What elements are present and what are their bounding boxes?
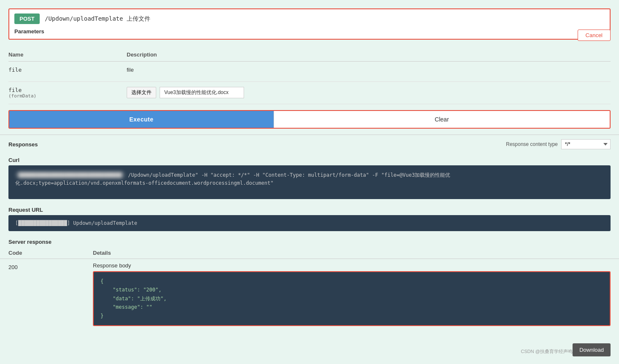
curl-code-block: [██████████████████████████████████] /Up… [8, 165, 611, 199]
response-body-line5: } [100, 313, 103, 319]
param-desc-cell: file [127, 67, 611, 76]
params-table-header: Name Description [8, 48, 611, 62]
details-column-header: Details [93, 250, 611, 256]
param-desc-cell: 选择文件 Vue3加载慢的性能优化.docx [127, 87, 611, 98]
response-body-block: { "status": "200", "data": "上传成功", "mess… [93, 271, 611, 326]
cancel-button[interactable]: Cancel [578, 30, 611, 41]
response-content-type-wrapper: Response content type */* application/js… [506, 139, 611, 149]
param-type: (formData) [8, 93, 127, 99]
param-name: file [8, 67, 127, 73]
request-url-blurred: [████████████████] [15, 220, 70, 226]
responses-header: Responses Response content type */* appl… [0, 135, 619, 154]
execute-button[interactable]: Execute [9, 111, 274, 128]
file-input-row: 选择文件 Vue3加载慢的性能优化.docx [127, 87, 611, 98]
request-url-label: Request URL [0, 203, 619, 215]
clear-button[interactable]: Clear [274, 111, 610, 128]
action-buttons-wrapper: Execute Clear [8, 110, 611, 129]
curl-blurred-part: [██████████████████████████████████] [15, 172, 125, 178]
response-table-header: Code Details [0, 247, 619, 259]
response-code: 200 [8, 262, 93, 270]
responses-label: Responses [8, 141, 38, 148]
params-section: Name Description file file file (formDat… [0, 44, 619, 104]
response-body-label: Response body [93, 262, 611, 269]
param-name-cell: file (formData) [8, 87, 127, 99]
page-wrapper: Cancel POST /Updown/uploadTemplate 上传文件 … [0, 0, 619, 364]
response-content-type-label: Response content type [506, 141, 558, 147]
download-button[interactable]: Download [573, 343, 611, 356]
response-body-line4: "message": "" [100, 304, 152, 310]
code-column-header: Code [8, 250, 93, 256]
table-row: file (formData) 选择文件 Vue3加载慢的性能优化.docx [8, 82, 611, 104]
param-name-cell: file [8, 67, 127, 73]
table-row: file file [8, 62, 611, 82]
response-body-line3: "data": "上传成功", [100, 296, 166, 302]
curl-line2: 化.docx;type=application/vnd.openxmlforma… [15, 180, 274, 186]
param-desc-text: file [127, 67, 611, 73]
name-column-header: Name [8, 51, 127, 58]
response-content-type-select[interactable]: */* application/json text/plain [561, 139, 611, 149]
param-name: file [8, 87, 127, 93]
csdn-watermark: CSDN @扶桑育学经声鸣 [521, 348, 573, 355]
endpoint-section: POST /Updown/uploadTemplate 上传文件 Paramet… [8, 8, 611, 40]
request-url-path: Updown/uploadTemplate [73, 220, 137, 226]
method-badge: POST [14, 13, 40, 24]
curl-line1: /Updown/uploadTemplate" -H "accept: */*"… [128, 172, 450, 178]
response-details: Response body { "status": "200", "data":… [93, 262, 611, 326]
choose-file-button[interactable]: 选择文件 [127, 87, 156, 98]
response-body-line1: { [100, 278, 103, 284]
request-url-block: [████████████████] Updown/uploadTemplate [8, 215, 611, 231]
parameters-label: Parameters [14, 28, 605, 35]
endpoint-row: POST /Updown/uploadTemplate 上传文件 [14, 13, 605, 24]
desc-column-header: Description [127, 51, 611, 58]
endpoint-path: /Updown/uploadTemplate 上传文件 [45, 15, 150, 23]
response-body-line2: "status": "200", [100, 287, 162, 293]
response-row: 200 Response body { "status": "200", "da… [0, 259, 619, 329]
server-response-label: Server response [0, 235, 619, 247]
file-name-display: Vue3加载慢的性能优化.docx [160, 87, 244, 98]
curl-label: Curl [0, 154, 619, 165]
